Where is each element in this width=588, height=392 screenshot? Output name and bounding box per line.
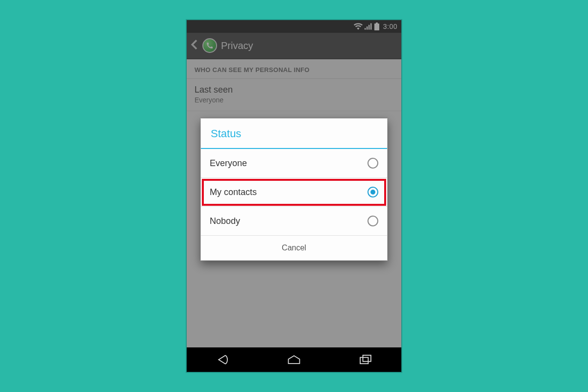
cancel-button[interactable]: Cancel	[201, 236, 387, 260]
android-nav-bar	[187, 347, 401, 372]
svg-rect-1	[363, 355, 371, 362]
radio-icon	[368, 158, 378, 169]
phone-frame: 3:00 Privacy WHO CAN SEE MY PERSONAL INF…	[186, 20, 402, 372]
dialog-title: Status	[201, 119, 387, 149]
radio-icon	[368, 216, 378, 226]
nav-recent-icon[interactable]	[356, 353, 375, 367]
option-nobody[interactable]: Nobody	[201, 207, 387, 236]
svg-rect-0	[360, 357, 368, 364]
option-label: My contacts	[210, 187, 257, 197]
nav-back-icon[interactable]	[213, 353, 232, 367]
radio-icon	[368, 187, 378, 197]
option-label: Nobody	[210, 216, 240, 226]
option-my-contacts[interactable]: My contacts	[201, 178, 387, 207]
option-everyone[interactable]: Everyone	[201, 149, 387, 178]
nav-home-icon[interactable]	[284, 353, 304, 367]
status-dialog: Status Everyone My contacts Nobody Cance…	[200, 118, 388, 261]
option-label: Everyone	[210, 158, 247, 169]
